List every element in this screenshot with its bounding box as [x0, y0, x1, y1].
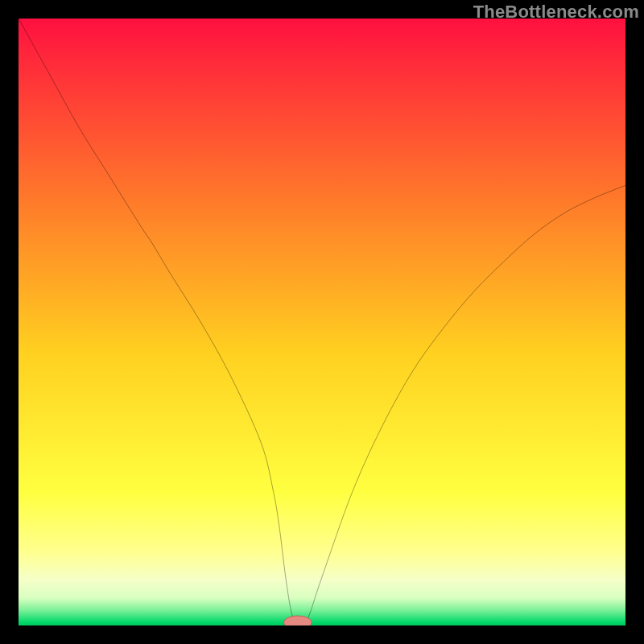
gradient-background [19, 19, 625, 625]
chart-frame: TheBottleneck.com [0, 0, 644, 644]
watermark-text: TheBottleneck.com [473, 2, 639, 23]
bottleneck-plot [19, 19, 625, 625]
